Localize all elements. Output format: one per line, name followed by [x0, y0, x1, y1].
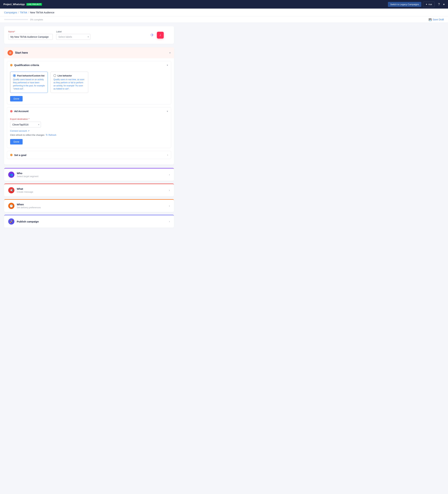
what-title: What [17, 187, 33, 190]
when-icon: 🕐 [10, 204, 13, 208]
when-chevron-icon: › [169, 204, 170, 207]
legacy-campaigns-button[interactable]: Switch to Legacy Campaigns [388, 2, 422, 7]
when-title: When [17, 203, 41, 206]
who-title: Who [17, 172, 38, 175]
who-text: Who Select target segment [17, 172, 38, 178]
progress-left: 0% complete [4, 18, 43, 21]
refresh-label: Refresh [48, 134, 56, 136]
set-goal-header[interactable]: Set a goal › [7, 151, 171, 159]
qualification-options: Past behavior/Custom list Qualify users … [10, 72, 168, 93]
external-link-icon: ↗ [28, 130, 29, 132]
publish-nav-left: 🚀 Publish campaign [8, 218, 39, 224]
refresh-text: Click refresh to reflect the changes [10, 134, 44, 136]
live-behavior-desc: Qualify users in real time, as soon as t… [53, 78, 85, 90]
export-required: * [28, 118, 29, 120]
what-nav-left: 📢 What Create message [8, 187, 33, 193]
qualification-chevron-icon: ▾ [167, 64, 168, 66]
live-behavior-option[interactable]: Live behavior Qualify users in real time… [50, 72, 88, 93]
refresh-row: Click refresh to reflect the changes ↻ R… [10, 134, 168, 136]
save-draft-label: Save Draft [433, 18, 444, 21]
ask-label: Ask [428, 3, 432, 6]
main-content: Name* Label Select labels ▾ ✈ ♪ [0, 23, 178, 234]
label-select[interactable]: Select labels [56, 34, 90, 40]
publish-chevron-icon: › [169, 220, 170, 223]
what-subtitle: Create message [17, 191, 33, 193]
publish-section: 🚀 Publish campaign › [4, 215, 174, 228]
export-destination-select[interactable]: CleverTap0516 [10, 122, 41, 127]
what-text: What Create message [17, 187, 33, 193]
qualification-header-left: Qualification criteria [10, 64, 39, 66]
name-form-group: Name* [8, 30, 53, 40]
tiktok-decoration: ✈ ♪ [143, 28, 171, 42]
breadcrumb-campaigns[interactable]: Campaigns [4, 11, 17, 14]
plus-icon: ✦ [425, 3, 427, 6]
who-nav-left: 👥 Who Select target segment [8, 172, 38, 178]
who-icon-circle: 👥 [8, 172, 14, 178]
set-goal-chevron-icon: › [167, 153, 168, 157]
start-here-header[interactable]: ⚙ Start here ▾ [4, 47, 174, 58]
ask-button[interactable]: ✦ Ask [423, 2, 435, 7]
qualification-body: Past behavior/Custom list Qualify users … [7, 69, 171, 104]
refresh-icon: ↻ [46, 134, 48, 136]
set-goal-section: Set a goal › [7, 151, 171, 159]
who-nav-item[interactable]: 👥 Who Select target segment › [4, 169, 174, 181]
start-here-chevron-icon: ▾ [169, 51, 171, 54]
qualification-status-dot [10, 64, 12, 66]
what-icon-circle: 📢 [8, 187, 14, 193]
set-goal-title: Set a goal [14, 154, 26, 157]
what-icon: 📢 [10, 189, 13, 192]
save-icon: 💾 [429, 18, 432, 21]
publish-icon-circle: 🚀 [8, 218, 14, 224]
past-behavior-radio[interactable] [13, 74, 16, 77]
qualification-header[interactable]: Qualification criteria ▾ [7, 61, 171, 69]
start-here-left: ⚙ Start here [8, 50, 28, 56]
breadcrumb-sep-2: / [28, 11, 29, 14]
question-icon: ? [438, 2, 440, 6]
breadcrumb-tiktok[interactable]: TikTok [20, 11, 27, 14]
live-behavior-header: Live behavior [53, 74, 85, 77]
connect-account-label: Connect account [10, 130, 27, 132]
ad-account-done-button[interactable]: Done [10, 139, 23, 145]
tiktok-logo: ♪ [157, 32, 164, 38]
when-nav-left: 🕐 When Set delivery preferences [8, 203, 41, 209]
past-behavior-option[interactable]: Past behavior/Custom list Qualify users … [10, 72, 48, 93]
publish-title: Publish campaign [17, 220, 39, 223]
refresh-link[interactable]: ↻ Refresh [46, 134, 56, 136]
top-navigation: Project_WhatsApp LIVE PROJECT Switch to … [0, 0, 448, 9]
live-behavior-radio[interactable] [53, 74, 56, 77]
when-subtitle: Set delivery preferences [17, 206, 41, 209]
qualification-done-button[interactable]: Done [10, 96, 23, 101]
progress-percent: 0% complete [30, 18, 43, 21]
what-chevron-icon: › [169, 189, 170, 192]
breadcrumb-sep-1: / [18, 11, 19, 14]
what-nav-item[interactable]: 📢 What Create message › [4, 184, 174, 197]
publish-nav-item[interactable]: 🚀 Publish campaign › [4, 215, 174, 228]
when-text: When Set delivery preferences [17, 203, 41, 209]
when-section: 🕐 When Set delivery preferences › [4, 199, 174, 212]
ad-account-header-left: Ad Account [10, 110, 29, 113]
who-chevron-icon: › [169, 173, 170, 176]
when-nav-item[interactable]: 🕐 When Set delivery preferences › [4, 200, 174, 212]
connect-account-link[interactable]: Connect account ↗ [10, 130, 168, 132]
past-behavior-radio-inner [14, 75, 15, 76]
campaign-name-input[interactable] [8, 34, 53, 40]
when-icon-circle: 🕐 [8, 203, 14, 209]
name-label: Name* [8, 30, 53, 33]
ad-account-header[interactable]: Ad Account ▾ [7, 107, 171, 115]
export-destination-label: Export destination * [10, 118, 168, 120]
help-button[interactable]: ? [436, 2, 441, 7]
connect-account-row: Connect account ↗ [10, 130, 168, 132]
nav-right: Switch to Legacy Campaigns ✦ Ask ? ▾ [388, 2, 445, 7]
live-badge: LIVE PROJECT [26, 3, 42, 6]
publish-icon: 🚀 [10, 220, 13, 223]
start-here-section: ⚙ Start here ▾ Qualification criteria ▾ [4, 47, 174, 165]
breadcrumb-current: New TikTok Audience [30, 11, 54, 14]
label-label: Label [56, 30, 90, 33]
project-name: Project_WhatsApp [3, 3, 25, 6]
past-behavior-header: Past behavior/Custom list [13, 74, 45, 77]
publish-text: Publish campaign [17, 220, 39, 223]
nav-chevron-button[interactable]: ▾ [443, 3, 445, 6]
save-draft-button[interactable]: 💾 Save Draft [429, 18, 444, 21]
paper-plane-icon: ✈ [150, 32, 154, 38]
gear-icon: ⚙ [9, 51, 12, 54]
